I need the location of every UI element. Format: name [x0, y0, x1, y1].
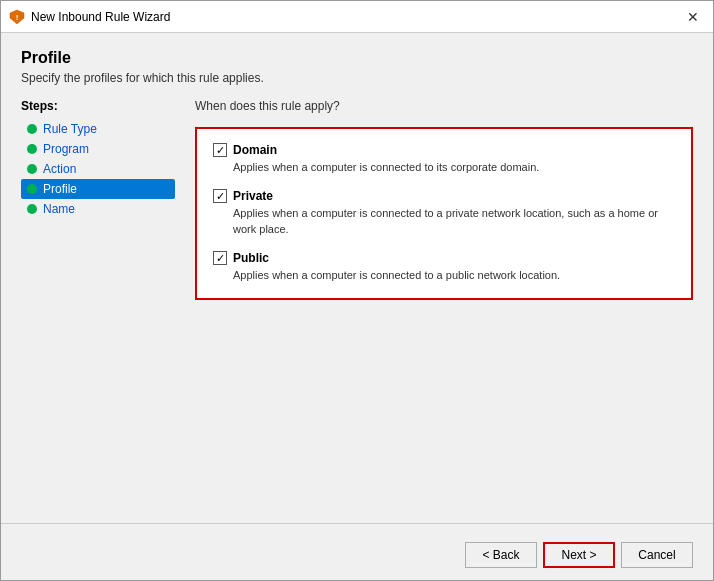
option-public-label: Public [233, 251, 269, 265]
close-button[interactable]: ✕ [681, 5, 705, 29]
option-private-header: Private [213, 189, 675, 203]
rule-question: When does this rule apply? [195, 99, 693, 113]
step-dot-name [27, 204, 37, 214]
sidebar-item-label: Profile [43, 182, 77, 196]
footer-divider [1, 523, 713, 524]
option-public-desc: Applies when a computer is connected to … [233, 268, 675, 283]
step-dot-rule-type [27, 124, 37, 134]
back-button[interactable]: < Back [465, 542, 537, 568]
wizard-icon: ! [9, 9, 25, 25]
steps-title: Steps: [21, 99, 175, 113]
option-public-header: Public [213, 251, 675, 265]
content-area: Profile Specify the profiles for which t… [1, 33, 713, 523]
page-title: Profile [21, 49, 693, 67]
title-bar: ! New Inbound Rule Wizard ✕ [1, 1, 713, 33]
option-private-desc: Applies when a computer is connected to … [233, 206, 675, 237]
step-dot-program [27, 144, 37, 154]
option-public: Public Applies when a computer is connec… [213, 251, 675, 283]
steps-panel: Steps: Rule Type Program Action Profile [21, 99, 185, 511]
title-bar-text: New Inbound Rule Wizard [31, 10, 681, 24]
sidebar-item-label: Program [43, 142, 89, 156]
sidebar-item-action[interactable]: Action [21, 159, 175, 179]
sidebar-item-label: Name [43, 202, 75, 216]
option-domain: Domain Applies when a computer is connec… [213, 143, 675, 175]
step-dot-action [27, 164, 37, 174]
sidebar-item-program[interactable]: Program [21, 139, 175, 159]
cancel-button[interactable]: Cancel [621, 542, 693, 568]
option-domain-label: Domain [233, 143, 277, 157]
svg-text:!: ! [16, 13, 19, 22]
sidebar-item-label: Action [43, 162, 76, 176]
right-panel: When does this rule apply? Domain Applie… [185, 99, 693, 511]
step-dot-profile [27, 184, 37, 194]
wizard-window: ! New Inbound Rule Wizard ✕ Profile Spec… [0, 0, 714, 581]
option-domain-header: Domain [213, 143, 675, 157]
sidebar-item-label: Rule Type [43, 122, 97, 136]
sidebar-item-rule-type[interactable]: Rule Type [21, 119, 175, 139]
footer: < Back Next > Cancel [1, 532, 713, 580]
option-private-label: Private [233, 189, 273, 203]
checkbox-private[interactable] [213, 189, 227, 203]
sidebar-item-name[interactable]: Name [21, 199, 175, 219]
sidebar-item-profile[interactable]: Profile [21, 179, 175, 199]
option-domain-desc: Applies when a computer is connected to … [233, 160, 675, 175]
next-button[interactable]: Next > [543, 542, 615, 568]
main-section: Steps: Rule Type Program Action Profile [21, 99, 693, 511]
checkbox-public[interactable] [213, 251, 227, 265]
options-box: Domain Applies when a computer is connec… [195, 127, 693, 300]
page-subtitle: Specify the profiles for which this rule… [21, 71, 693, 85]
checkbox-domain[interactable] [213, 143, 227, 157]
option-private: Private Applies when a computer is conne… [213, 189, 675, 237]
